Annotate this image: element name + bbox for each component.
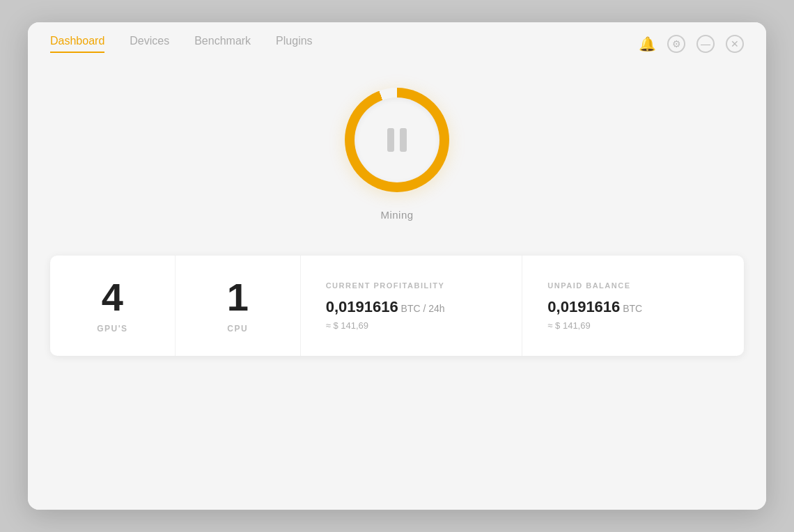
window-controls: 🔔 ⚙ — ✕ <box>638 35 744 53</box>
balance-unit: BTC <box>620 303 642 314</box>
balance-title: UNPAID BALANCE <box>547 281 719 290</box>
nav-item-plugins[interactable]: Plugins <box>276 35 312 53</box>
profitability-unit: BTC / 24h <box>398 303 445 314</box>
mining-status-label: Mining <box>380 209 413 221</box>
balance-value: 0,0191616 BTC <box>547 298 719 316</box>
notification-icon[interactable]: 🔔 <box>638 35 656 53</box>
close-icon[interactable]: ✕ <box>726 35 744 53</box>
minimize-icon[interactable]: — <box>696 35 715 53</box>
balance-card: UNPAID BALANCE 0,0191616 BTC ≈ $ 141,69 <box>522 256 744 356</box>
cpu-count: 1 <box>227 278 249 317</box>
main-content: Mining 4 GPU'S 1 CPU CURRENT PROFITABILI… <box>28 53 766 489</box>
mining-section: Mining <box>345 88 449 221</box>
pause-icon <box>387 128 407 152</box>
app-window: Dashboard Devices Benchmark Plugins 🔔 ⚙ … <box>28 22 766 510</box>
bottom-partial <box>28 489 766 510</box>
stats-row: 4 GPU'S 1 CPU CURRENT PROFITABILITY 0,01… <box>50 256 744 356</box>
main-nav: Dashboard Devices Benchmark Plugins <box>50 35 313 53</box>
nav-item-devices[interactable]: Devices <box>130 35 169 53</box>
titlebar: Dashboard Devices Benchmark Plugins 🔔 ⚙ … <box>28 22 766 53</box>
cpu-label: CPU <box>227 324 248 334</box>
gpu-count: 4 <box>102 278 123 317</box>
cpu-card: 1 CPU <box>176 256 301 356</box>
pause-bar-left <box>387 128 394 152</box>
profitability-approx: ≈ $ 141,69 <box>326 320 497 331</box>
mining-button-inner <box>355 97 439 182</box>
gpu-label: GPU'S <box>97 324 127 334</box>
balance-approx: ≈ $ 141,69 <box>547 320 719 331</box>
pause-bar-right <box>400 128 407 152</box>
nav-item-benchmark[interactable]: Benchmark <box>194 35 251 53</box>
gpu-card: 4 GPU'S <box>50 256 176 356</box>
mining-button[interactable] <box>345 88 449 192</box>
nav-item-dashboard[interactable]: Dashboard <box>50 35 104 53</box>
settings-icon[interactable]: ⚙ <box>667 35 685 53</box>
profitability-card: CURRENT PROFITABILITY 0,0191616 BTC / 24… <box>301 256 523 356</box>
profitability-value: 0,0191616 BTC / 24h <box>326 298 497 316</box>
profitability-title: CURRENT PROFITABILITY <box>326 281 497 290</box>
